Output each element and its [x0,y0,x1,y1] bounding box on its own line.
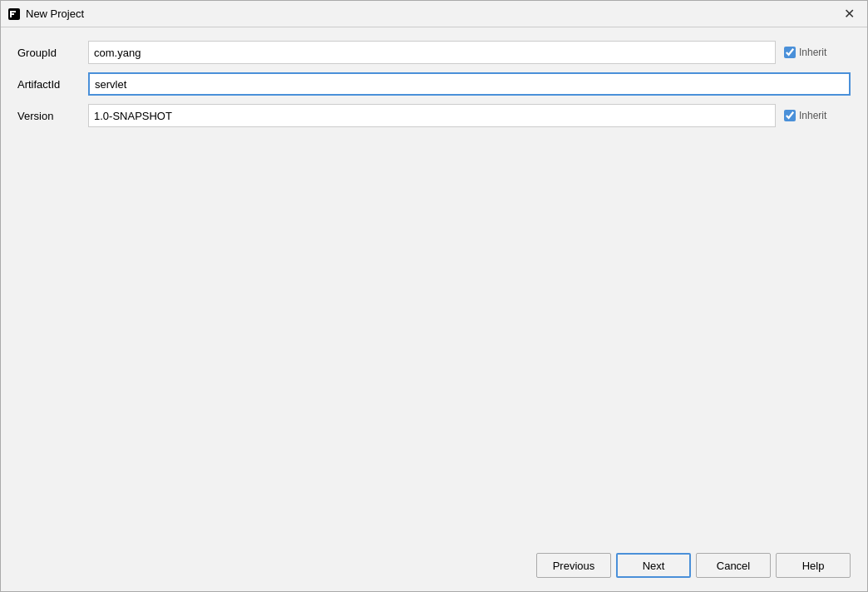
version-label: Version [17,110,88,122]
content-area: GroupId Inherit ArtifactId Version Inher… [1,27,867,545]
previous-button[interactable]: Previous [536,553,611,578]
next-button[interactable]: Next [616,553,691,578]
window-title: New Project [26,7,837,20]
app-icon [7,7,21,21]
artifactid-label: ArtifactId [17,78,88,91]
svg-rect-3 [10,13,14,15]
new-project-dialog: New Project ✕ GroupId Inherit ArtifactId… [0,0,868,592]
version-input[interactable] [88,104,776,127]
help-button[interactable]: Help [776,553,851,578]
version-inherit-label: Inherit [799,110,826,121]
version-row: Version Inherit [17,104,851,127]
version-inherit-container: Inherit [784,110,851,121]
groupid-inherit-container: Inherit [784,47,851,58]
groupid-inherit-checkbox[interactable] [784,47,796,58]
artifactid-row: ArtifactId [17,72,851,96]
groupid-input[interactable] [88,41,776,64]
groupid-row: GroupId Inherit [17,41,851,64]
artifactid-input[interactable] [88,72,851,96]
groupid-label: GroupId [17,47,88,59]
svg-rect-2 [10,11,16,12]
title-bar: New Project ✕ [1,1,867,27]
version-inherit-checkbox[interactable] [784,110,796,121]
cancel-button[interactable]: Cancel [696,553,771,578]
close-button[interactable]: ✕ [837,2,861,26]
groupid-inherit-label: Inherit [799,47,826,58]
footer: Previous Next Cancel Help [1,545,867,591]
